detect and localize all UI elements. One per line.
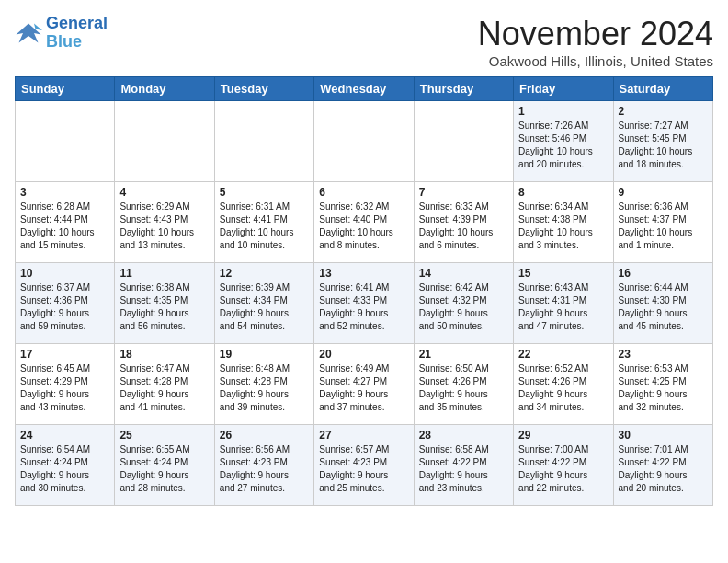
calendar-cell: 19Sunrise: 6:48 AM Sunset: 4:28 PM Dayli… bbox=[214, 344, 313, 425]
day-info: Sunrise: 6:34 AM Sunset: 4:38 PM Dayligh… bbox=[518, 201, 608, 252]
day-number: 28 bbox=[419, 429, 508, 442]
calendar-cell: 11Sunrise: 6:38 AM Sunset: 4:35 PM Dayli… bbox=[115, 263, 214, 344]
day-info: Sunrise: 6:33 AM Sunset: 4:39 PM Dayligh… bbox=[419, 201, 508, 252]
calendar-cell: 24Sunrise: 6:54 AM Sunset: 4:24 PM Dayli… bbox=[16, 425, 115, 506]
day-number: 26 bbox=[220, 429, 309, 442]
day-info: Sunrise: 6:54 AM Sunset: 4:24 PM Dayligh… bbox=[20, 443, 109, 495]
day-info: Sunrise: 6:43 AM Sunset: 4:31 PM Dayligh… bbox=[518, 282, 608, 333]
calendar-body: 1Sunrise: 7:26 AM Sunset: 5:46 PM Daylig… bbox=[16, 101, 713, 506]
day-info: Sunrise: 6:36 AM Sunset: 4:37 PM Dayligh… bbox=[619, 201, 708, 252]
calendar-cell: 9Sunrise: 6:36 AM Sunset: 4:37 PM Daylig… bbox=[613, 182, 712, 263]
day-number: 1 bbox=[518, 105, 608, 118]
week-row-0: 1Sunrise: 7:26 AM Sunset: 5:46 PM Daylig… bbox=[16, 101, 713, 182]
day-number: 9 bbox=[619, 186, 708, 199]
day-number: 27 bbox=[319, 429, 408, 442]
calendar-cell: 26Sunrise: 6:56 AM Sunset: 4:23 PM Dayli… bbox=[214, 425, 313, 506]
header-day-thursday: Thursday bbox=[414, 77, 513, 101]
calendar-title: November 2024 bbox=[478, 15, 713, 53]
calendar-cell: 28Sunrise: 6:58 AM Sunset: 4:22 PM Dayli… bbox=[414, 425, 513, 506]
day-number: 3 bbox=[20, 186, 109, 199]
day-info: Sunrise: 7:26 AM Sunset: 5:46 PM Dayligh… bbox=[518, 120, 608, 171]
calendar-cell: 5Sunrise: 6:31 AM Sunset: 4:41 PM Daylig… bbox=[214, 182, 313, 263]
calendar-cell: 25Sunrise: 6:55 AM Sunset: 4:24 PM Dayli… bbox=[115, 425, 214, 506]
calendar-cell: 2Sunrise: 7:27 AM Sunset: 5:45 PM Daylig… bbox=[613, 101, 712, 182]
day-number: 19 bbox=[220, 348, 309, 361]
week-row-3: 17Sunrise: 6:45 AM Sunset: 4:29 PM Dayli… bbox=[16, 344, 713, 425]
day-number: 12 bbox=[220, 267, 309, 280]
day-info: Sunrise: 7:00 AM Sunset: 4:22 PM Dayligh… bbox=[518, 443, 608, 495]
day-info: Sunrise: 6:29 AM Sunset: 4:43 PM Dayligh… bbox=[119, 201, 209, 252]
day-info: Sunrise: 6:55 AM Sunset: 4:24 PM Dayligh… bbox=[119, 443, 209, 495]
day-info: Sunrise: 6:52 AM Sunset: 4:26 PM Dayligh… bbox=[518, 362, 608, 414]
day-info: Sunrise: 6:53 AM Sunset: 4:25 PM Dayligh… bbox=[619, 362, 708, 414]
day-info: Sunrise: 6:37 AM Sunset: 4:36 PM Dayligh… bbox=[20, 282, 109, 333]
day-number: 23 bbox=[619, 348, 708, 361]
calendar-cell: 21Sunrise: 6:50 AM Sunset: 4:26 PM Dayli… bbox=[414, 344, 513, 425]
calendar-cell: 3Sunrise: 6:28 AM Sunset: 4:44 PM Daylig… bbox=[16, 182, 115, 263]
day-number: 22 bbox=[518, 348, 608, 361]
day-info: Sunrise: 6:57 AM Sunset: 4:23 PM Dayligh… bbox=[319, 443, 408, 495]
calendar-cell bbox=[115, 101, 214, 182]
calendar-cell: 29Sunrise: 7:00 AM Sunset: 4:22 PM Dayli… bbox=[514, 425, 613, 506]
week-row-1: 3Sunrise: 6:28 AM Sunset: 4:44 PM Daylig… bbox=[16, 182, 713, 263]
day-number: 2 bbox=[619, 105, 708, 118]
calendar-cell: 18Sunrise: 6:47 AM Sunset: 4:28 PM Dayli… bbox=[115, 344, 214, 425]
day-number: 16 bbox=[619, 267, 708, 280]
day-number: 21 bbox=[419, 348, 508, 361]
day-info: Sunrise: 6:56 AM Sunset: 4:23 PM Dayligh… bbox=[220, 443, 309, 495]
calendar-cell bbox=[414, 101, 513, 182]
logo-line1: General bbox=[46, 14, 108, 32]
calendar-header: SundayMondayTuesdayWednesdayThursdayFrid… bbox=[16, 77, 713, 101]
day-info: Sunrise: 6:41 AM Sunset: 4:33 PM Dayligh… bbox=[319, 282, 408, 333]
calendar-cell bbox=[314, 101, 414, 182]
calendar-cell: 17Sunrise: 6:45 AM Sunset: 4:29 PM Dayli… bbox=[16, 344, 115, 425]
logo-text: General Blue bbox=[46, 15, 108, 52]
calendar-cell: 12Sunrise: 6:39 AM Sunset: 4:34 PM Dayli… bbox=[214, 263, 313, 344]
day-number: 14 bbox=[419, 267, 508, 280]
calendar-cell: 23Sunrise: 6:53 AM Sunset: 4:25 PM Dayli… bbox=[613, 344, 712, 425]
day-info: Sunrise: 6:47 AM Sunset: 4:28 PM Dayligh… bbox=[119, 362, 209, 414]
day-info: Sunrise: 6:32 AM Sunset: 4:40 PM Dayligh… bbox=[319, 201, 408, 252]
header-day-friday: Friday bbox=[514, 77, 613, 101]
calendar-cell: 1Sunrise: 7:26 AM Sunset: 5:46 PM Daylig… bbox=[514, 101, 613, 182]
calendar-cell: 16Sunrise: 6:44 AM Sunset: 4:30 PM Dayli… bbox=[613, 263, 712, 344]
page-header: General Blue November 2024 Oakwood Hills… bbox=[15, 15, 713, 69]
header-day-tuesday: Tuesday bbox=[214, 77, 313, 101]
day-info: Sunrise: 6:58 AM Sunset: 4:22 PM Dayligh… bbox=[419, 443, 508, 495]
calendar-cell: 7Sunrise: 6:33 AM Sunset: 4:39 PM Daylig… bbox=[414, 182, 513, 263]
day-info: Sunrise: 6:50 AM Sunset: 4:26 PM Dayligh… bbox=[419, 362, 508, 414]
calendar-table: SundayMondayTuesdayWednesdayThursdayFrid… bbox=[15, 76, 713, 506]
day-info: Sunrise: 6:49 AM Sunset: 4:27 PM Dayligh… bbox=[319, 362, 408, 414]
calendar-cell bbox=[214, 101, 313, 182]
day-number: 5 bbox=[220, 186, 309, 199]
day-number: 30 bbox=[619, 429, 708, 442]
calendar-cell bbox=[16, 101, 115, 182]
day-number: 8 bbox=[518, 186, 608, 199]
day-info: Sunrise: 6:44 AM Sunset: 4:30 PM Dayligh… bbox=[619, 282, 708, 333]
calendar-subtitle: Oakwood Hills, Illinois, United States bbox=[478, 53, 713, 69]
calendar-cell: 6Sunrise: 6:32 AM Sunset: 4:40 PM Daylig… bbox=[314, 182, 414, 263]
calendar-cell: 4Sunrise: 6:29 AM Sunset: 4:43 PM Daylig… bbox=[115, 182, 214, 263]
day-info: Sunrise: 6:38 AM Sunset: 4:35 PM Dayligh… bbox=[119, 282, 209, 333]
day-number: 15 bbox=[518, 267, 608, 280]
header-row: SundayMondayTuesdayWednesdayThursdayFrid… bbox=[16, 77, 713, 101]
header-day-monday: Monday bbox=[115, 77, 214, 101]
week-row-4: 24Sunrise: 6:54 AM Sunset: 4:24 PM Dayli… bbox=[16, 425, 713, 506]
day-number: 13 bbox=[319, 267, 408, 280]
logo-line2: Blue bbox=[46, 32, 82, 51]
calendar-cell: 8Sunrise: 6:34 AM Sunset: 4:38 PM Daylig… bbox=[514, 182, 613, 263]
week-row-2: 10Sunrise: 6:37 AM Sunset: 4:36 PM Dayli… bbox=[16, 263, 713, 344]
calendar-cell: 20Sunrise: 6:49 AM Sunset: 4:27 PM Dayli… bbox=[314, 344, 414, 425]
day-info: Sunrise: 6:31 AM Sunset: 4:41 PM Dayligh… bbox=[220, 201, 309, 252]
logo-bird-icon bbox=[15, 20, 42, 46]
calendar-cell: 22Sunrise: 6:52 AM Sunset: 4:26 PM Dayli… bbox=[514, 344, 613, 425]
day-number: 25 bbox=[119, 429, 209, 442]
svg-marker-1 bbox=[34, 23, 42, 30]
title-block: November 2024 Oakwood Hills, Illinois, U… bbox=[478, 15, 713, 69]
day-info: Sunrise: 7:01 AM Sunset: 4:22 PM Dayligh… bbox=[619, 443, 708, 495]
day-number: 20 bbox=[319, 348, 408, 361]
day-number: 18 bbox=[119, 348, 209, 361]
header-day-saturday: Saturday bbox=[613, 77, 712, 101]
calendar-cell: 14Sunrise: 6:42 AM Sunset: 4:32 PM Dayli… bbox=[414, 263, 513, 344]
day-number: 10 bbox=[20, 267, 109, 280]
